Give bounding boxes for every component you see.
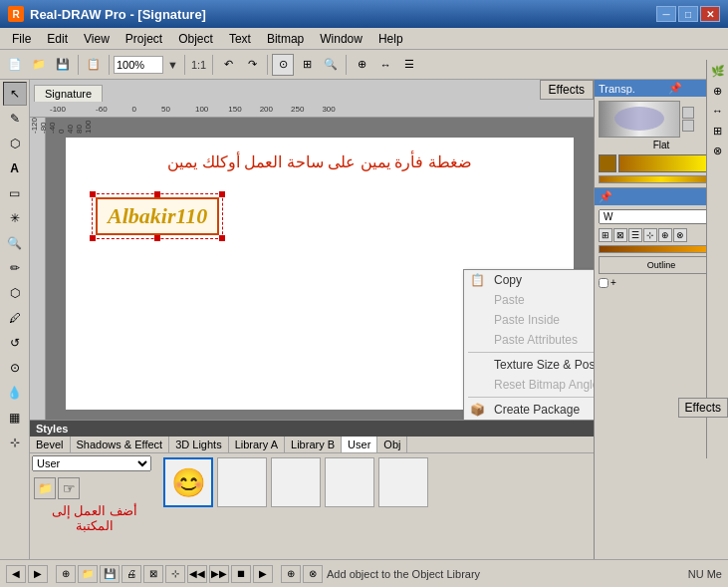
style-item-smiley[interactable]: 😊 <box>163 457 213 507</box>
tab-user[interactable]: User <box>342 437 377 452</box>
bottom-tool-8[interactable]: ▶▶ <box>209 565 229 583</box>
style-item-2[interactable] <box>217 457 267 507</box>
tab-library-a[interactable]: Library A <box>229 437 285 452</box>
ctx-create-package[interactable]: 📦 Create Package <box>464 400 594 420</box>
second-panel-pin-icon[interactable]: 📌 <box>599 190 612 203</box>
nav-right-btn[interactable]: ▶ <box>28 565 48 583</box>
handle-br[interactable] <box>219 235 225 241</box>
minimize-button[interactable]: ─ <box>656 6 676 22</box>
eyedrop-tool[interactable]: ⊹ <box>3 431 27 454</box>
bottom-tool-7[interactable]: ◀◀ <box>187 565 207 583</box>
effects-side-button[interactable]: Effects <box>678 398 728 418</box>
nav-left-btn[interactable]: ◀ <box>6 565 26 583</box>
maximize-button[interactable]: □ <box>678 6 698 22</box>
tool2[interactable]: ↔ <box>374 54 396 76</box>
text-tool[interactable]: A <box>3 156 27 180</box>
polygon-tool[interactable]: ⬡ <box>3 281 27 305</box>
zoom-input[interactable]: 100% <box>114 56 163 74</box>
gradient-tool[interactable]: ▦ <box>3 406 27 430</box>
bottom-tool-5[interactable]: ⊠ <box>143 565 163 583</box>
redo-button[interactable]: ↷ <box>241 54 263 76</box>
handle-bl[interactable] <box>90 235 96 241</box>
select-tool[interactable]: ↖ <box>3 82 27 106</box>
ri-btn-3[interactable]: ↔ <box>709 102 727 120</box>
menu-window[interactable]: Window <box>312 30 370 48</box>
bottom-tool-9[interactable]: ⏹ <box>231 565 251 583</box>
draw-tool[interactable]: ✎ <box>3 107 27 131</box>
icon-grid-3[interactable]: ☰ <box>628 228 642 242</box>
star-tool[interactable]: ✳ <box>3 206 27 230</box>
bottom-tool-2[interactable]: 📁 <box>78 565 98 583</box>
effects-button[interactable]: Effects <box>540 80 594 100</box>
bottom-tool-3[interactable]: 💾 <box>100 565 120 583</box>
ctx-paste-inside[interactable]: Paste Inside <box>464 310 594 330</box>
ri-btn-2[interactable]: ⊕ <box>709 82 727 100</box>
rotate-tool[interactable]: ↺ <box>3 331 27 355</box>
ctx-reset-bitmap[interactable]: Reset Bitmap Angle <box>464 375 594 395</box>
styles-dropdown[interactable]: User <box>32 455 151 471</box>
styles-pointer-btn[interactable]: ☞ <box>58 477 80 499</box>
paint-tool[interactable]: ✏ <box>3 256 27 280</box>
zoom-tool-button[interactable]: 🔍 <box>320 54 342 76</box>
undo-button[interactable]: ↶ <box>217 54 239 76</box>
bottom-extra-2[interactable]: ⊗ <box>303 565 323 583</box>
tab-obj[interactable]: Obj <box>377 437 407 452</box>
menu-view[interactable]: View <box>76 30 118 48</box>
menu-help[interactable]: Help <box>370 30 411 48</box>
circle-tool-button[interactable]: ⊙ <box>272 54 294 76</box>
tab-shadows[interactable]: Shadows & Effect <box>71 437 170 452</box>
open-button[interactable]: 📁 <box>28 54 50 76</box>
canvas-tab-signature[interactable]: Signature <box>34 85 103 102</box>
transp-pin-icon[interactable]: 📌 <box>668 82 682 95</box>
copy-toolbar-button[interactable]: 📋 <box>83 54 105 76</box>
styles-add-btn[interactable]: 📁 <box>34 477 56 499</box>
bottom-tool-10[interactable]: ▶ <box>253 565 273 583</box>
bottom-tool-1[interactable]: ⊕ <box>56 565 76 583</box>
ctx-copy[interactable]: 📋 Copy <box>464 270 594 290</box>
bottom-tool-6[interactable]: ⊹ <box>165 565 185 583</box>
icon-grid-5[interactable]: ⊕ <box>658 228 672 242</box>
menu-edit[interactable]: Edit <box>39 30 76 48</box>
fill-tool[interactable]: 💧 <box>3 381 27 405</box>
tool3[interactable]: ☰ <box>398 54 420 76</box>
ctx-texture-size[interactable]: Texture Size & Position ▶ <box>464 355 594 375</box>
menu-project[interactable]: Project <box>118 30 170 48</box>
style-item-3[interactable] <box>271 457 321 507</box>
menu-bitmap[interactable]: Bitmap <box>259 30 312 48</box>
close-button[interactable]: ✕ <box>700 6 720 22</box>
tab-library-b[interactable]: Library B <box>285 437 342 452</box>
style-item-4[interactable] <box>325 457 374 507</box>
bottom-tool-4[interactable]: 🖨 <box>121 565 141 583</box>
transp-ctrl-1[interactable] <box>682 107 694 119</box>
handle-tl[interactable] <box>90 191 96 197</box>
ctx-paste-attributes[interactable]: Paste Attributes <box>464 330 594 350</box>
ctx-paste[interactable]: Paste <box>464 290 594 310</box>
ri-btn-1[interactable]: 🌿 <box>709 62 727 80</box>
tab-bevel[interactable]: Bevel <box>30 437 71 452</box>
circle-tool-left[interactable]: ⊙ <box>3 356 27 380</box>
icon-grid-2[interactable]: ⊠ <box>613 228 627 242</box>
canvas-area[interactable]: Signature -100 -60 0 50 100 150 200 250 … <box>30 80 594 420</box>
bottom-extra-1[interactable]: ⊕ <box>281 565 301 583</box>
ri-btn-4[interactable]: ⊞ <box>709 122 727 140</box>
tool1[interactable]: ⊕ <box>351 54 372 76</box>
style-item-5[interactable] <box>378 457 428 507</box>
rect-tool[interactable]: ▭ <box>3 181 27 205</box>
handle-bm[interactable] <box>154 235 160 241</box>
zoom-dropdown-icon[interactable]: ▼ <box>165 59 180 71</box>
menu-file[interactable]: File <box>4 30 39 48</box>
icon-grid-4[interactable]: ⊹ <box>643 228 657 242</box>
zoom-tool-left[interactable]: 🔍 <box>3 231 27 255</box>
color-swatch-1[interactable] <box>599 154 616 172</box>
shape-tool[interactable]: ⬡ <box>3 132 27 155</box>
tab-3dlights[interactable]: 3D Lights <box>169 437 228 452</box>
menu-object[interactable]: Object <box>170 30 221 48</box>
ri-btn-5[interactable]: ⊗ <box>709 142 727 159</box>
handle-tr[interactable] <box>219 191 225 197</box>
transp-ctrl-2[interactable] <box>682 120 694 132</box>
pen-tool[interactable]: 🖊 <box>3 306 27 330</box>
icon-grid-1[interactable]: ⊞ <box>599 228 612 242</box>
grid-button[interactable]: ⊞ <box>296 54 318 76</box>
menu-text[interactable]: Text <box>221 30 259 48</box>
new-button[interactable]: 📄 <box>4 54 26 76</box>
